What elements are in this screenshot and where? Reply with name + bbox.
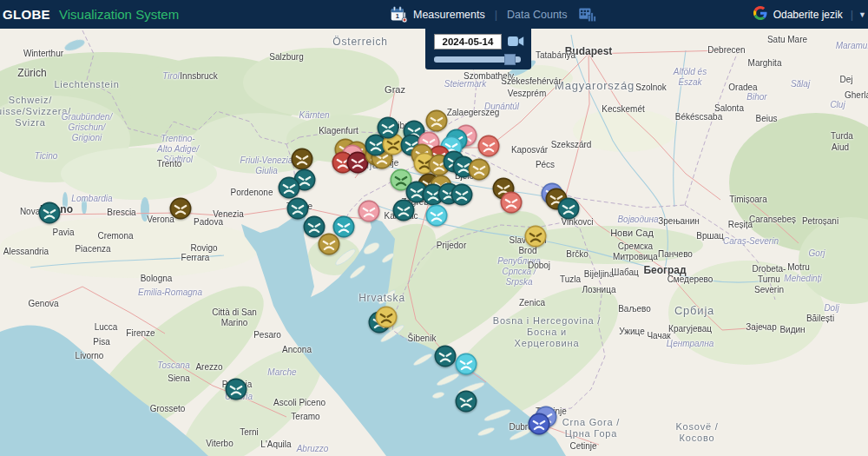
observation-marker-salmon[interactable] bbox=[477, 135, 500, 157]
main-nav: 1 Measurements | Data Counts bbox=[390, 0, 596, 29]
observation-marker-khaki[interactable] bbox=[318, 233, 340, 255]
dropdown-caret-icon[interactable]: ▼ bbox=[858, 10, 866, 19]
date-slider-track[interactable] bbox=[434, 56, 521, 63]
brand-globe: GLOBE bbox=[3, 7, 50, 22]
observation-marker-teal[interactable] bbox=[225, 378, 247, 400]
observation-marker-blue[interactable] bbox=[528, 413, 550, 435]
observation-marker-khaki[interactable] bbox=[468, 158, 490, 181]
date-slider-handle[interactable] bbox=[504, 54, 516, 65]
tab-data-counts[interactable]: Data Counts bbox=[507, 9, 567, 21]
observation-marker-teal[interactable] bbox=[38, 202, 61, 224]
app-title: GLOBE Visualization System bbox=[3, 7, 179, 22]
observation-marker-teal[interactable] bbox=[455, 390, 477, 413]
observation-marker-teal[interactable] bbox=[377, 116, 399, 139]
language-selector[interactable]: Odaberite jezik | ▼ bbox=[753, 0, 866, 29]
nav-divider: | bbox=[495, 8, 497, 21]
language-label[interactable]: Odaberite jezik bbox=[773, 9, 843, 21]
observation-marker-lcyan[interactable] bbox=[425, 204, 448, 227]
observation-marker-teal[interactable] bbox=[450, 183, 473, 206]
observation-marker-teal[interactable] bbox=[278, 176, 300, 199]
observation-marker-lcyan[interactable] bbox=[455, 353, 477, 375]
top-navigation-bar: GLOBE Visualization System 1 Measurement… bbox=[0, 0, 868, 29]
observation-marker-teal[interactable] bbox=[557, 197, 580, 220]
observation-marker-brown[interactable] bbox=[169, 197, 192, 220]
play-animation-camera-icon[interactable] bbox=[508, 35, 524, 50]
observation-marker-brown[interactable] bbox=[291, 148, 313, 170]
measurements-calendar-icon: 1 bbox=[390, 5, 408, 23]
data-counts-chart-icon[interactable] bbox=[578, 5, 596, 23]
observation-marker-teal[interactable] bbox=[434, 345, 457, 367]
observation-marker-yellow[interactable] bbox=[375, 306, 398, 328]
observation-marker-salmon[interactable] bbox=[500, 191, 523, 214]
google-translate-icon bbox=[753, 6, 767, 23]
date-control-panel bbox=[425, 29, 531, 69]
language-divider: | bbox=[851, 8, 853, 21]
observation-marker-pink[interactable] bbox=[358, 200, 380, 222]
brand-suffix: Visualization System bbox=[59, 7, 179, 22]
observation-marker-yellow[interactable] bbox=[524, 225, 547, 248]
observation-marker-teal[interactable] bbox=[392, 199, 415, 221]
svg-text:1: 1 bbox=[396, 12, 399, 20]
tab-measurements[interactable]: Measurements bbox=[413, 9, 485, 21]
date-input[interactable] bbox=[434, 34, 502, 50]
